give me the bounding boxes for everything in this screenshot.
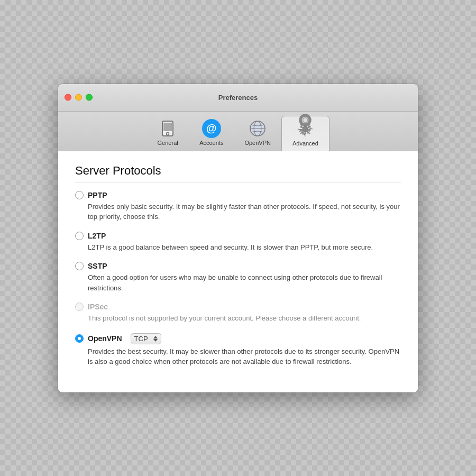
at-icon: @: [202, 119, 221, 138]
protocol-pptp: PPTP Provides only basic security. It ma…: [75, 191, 401, 222]
globe-icon: [248, 119, 267, 138]
titlebar: Preferences: [58, 84, 418, 112]
traffic-lights: [65, 94, 93, 101]
ipsec-name: IPSec: [88, 303, 108, 311]
window-title: Preferences: [218, 94, 258, 102]
phone-icon: [158, 119, 177, 138]
toolbar: General @ Accounts OpenVPN: [58, 112, 418, 151]
l2tp-header: L2TP: [75, 232, 401, 240]
ipsec-desc: This protocol is not supported by your c…: [88, 313, 401, 324]
tab-advanced[interactable]: Advanced: [281, 116, 329, 151]
tab-advanced-label: Advanced: [292, 140, 318, 147]
l2tp-desc: L2TP is a good balance between speed and…: [88, 242, 401, 253]
pptp-desc: Provides only basic security. It may be …: [88, 202, 401, 222]
preferences-window: Preferences General @ Accounts: [58, 84, 418, 392]
openvpn-radio[interactable]: [75, 334, 84, 343]
ipsec-header: IPSec: [75, 303, 401, 311]
tab-openvpn[interactable]: OpenVPN: [234, 116, 281, 151]
tcp-value: TCP: [134, 335, 148, 343]
stepper-arrows: [153, 336, 158, 342]
stepper-up-arrow: [153, 336, 158, 338]
maximize-button[interactable]: [86, 94, 93, 101]
stepper-down-arrow: [153, 339, 158, 342]
protocol-l2tp: L2TP L2TP is a good balance between spee…: [75, 232, 401, 253]
protocol-list: PPTP Provides only basic security. It ma…: [75, 191, 401, 367]
tab-accounts-label: Accounts: [199, 140, 223, 146]
section-title: Server Protocols: [75, 164, 401, 182]
protocol-ipsec: IPSec This protocol is not supported by …: [75, 303, 401, 324]
pptp-header: PPTP: [75, 191, 401, 199]
openvpn-header: OpenVPN TCP: [75, 333, 401, 344]
pptp-radio[interactable]: [75, 191, 84, 199]
pptp-name: PPTP: [88, 191, 107, 199]
protocol-openvpn: OpenVPN TCP Provides the best security. …: [75, 333, 401, 367]
tab-general-label: General: [158, 140, 178, 146]
svg-rect-1: [163, 123, 172, 131]
sstp-name: SSTP: [88, 262, 107, 270]
svg-point-10: [304, 118, 307, 122]
tab-general[interactable]: General: [147, 116, 189, 151]
gear-icon: [296, 120, 315, 139]
minimize-button[interactable]: [75, 94, 82, 101]
ipsec-radio: [75, 303, 84, 311]
l2tp-name: L2TP: [88, 232, 106, 240]
tab-openvpn-label: OpenVPN: [244, 140, 271, 146]
sstp-radio[interactable]: [75, 262, 84, 270]
protocol-sstp: SSTP Often a good option for users who m…: [75, 262, 401, 293]
close-button[interactable]: [65, 94, 71, 101]
sstp-header: SSTP: [75, 262, 401, 270]
openvpn-desc: Provides the best security. It may be sl…: [88, 346, 401, 367]
l2tp-radio[interactable]: [75, 232, 84, 240]
openvpn-name: OpenVPN: [88, 334, 122, 343]
content-area: Server Protocols PPTP Provides only basi…: [58, 151, 418, 392]
tcp-stepper[interactable]: TCP: [131, 333, 161, 344]
tab-accounts[interactable]: @ Accounts: [189, 116, 234, 151]
sstp-desc: Often a good option for users who may be…: [88, 272, 401, 293]
